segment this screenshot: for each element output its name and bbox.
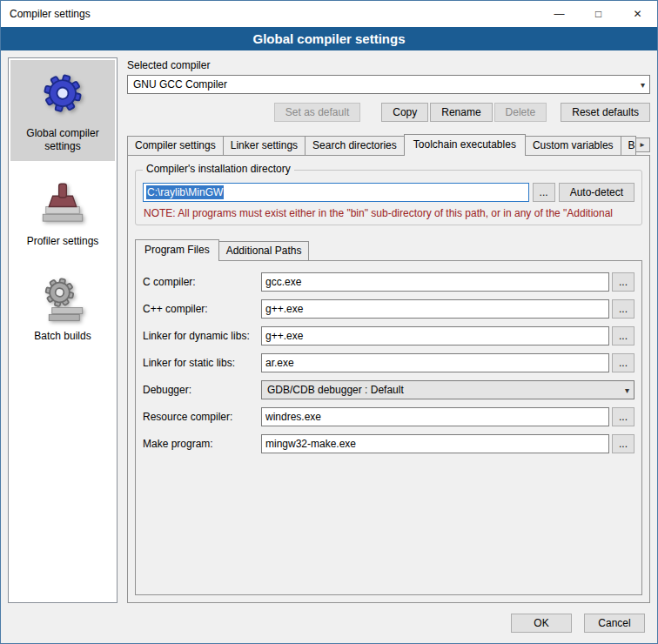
maximize-button[interactable]: □ xyxy=(579,1,618,27)
cpp-compiler-input[interactable] xyxy=(261,299,609,319)
install-dir-browse-button[interactable]: ... xyxy=(533,183,555,202)
c-compiler-row: C compiler: ... xyxy=(143,272,634,292)
install-dir-value: C:\raylib\MinGW xyxy=(146,185,224,199)
install-dir-groupbox: Compiler's installation directory C:\ray… xyxy=(135,170,642,225)
subtab-program-files[interactable]: Program Files xyxy=(135,239,219,261)
resource-compiler-label: Resource compiler: xyxy=(143,411,261,423)
linker-dynamic-row: Linker for dynamic libs: ... xyxy=(143,326,634,345)
linker-dynamic-browse-button[interactable]: ... xyxy=(612,326,634,345)
install-dir-input[interactable]: C:\raylib\MinGW xyxy=(143,183,529,202)
sidebar-item-global-compiler-settings[interactable]: Global compiler settings xyxy=(10,60,115,161)
gray-gear-icon xyxy=(38,273,87,324)
debugger-select-value: GDB/CDB debugger : Default xyxy=(267,384,404,396)
window-title: Compiler settings xyxy=(1,8,91,20)
sidebar-item-label: Profiler settings xyxy=(27,235,99,248)
debugger-row: Debugger: GDB/CDB debugger : Default ▾ xyxy=(143,380,634,399)
sidebar-item-batch-builds[interactable]: Batch builds xyxy=(10,265,115,351)
reset-defaults-button[interactable]: Reset defaults xyxy=(561,103,650,122)
blue-gear-icon xyxy=(37,69,89,121)
install-dir-row: C:\raylib\MinGW ... Auto-detect xyxy=(143,183,634,202)
minimize-button[interactable]: — xyxy=(540,1,579,27)
subtab-strip: Program Files Additional Paths xyxy=(135,239,642,260)
chevron-down-icon: ▾ xyxy=(625,386,629,395)
compiler-select[interactable]: GNU GCC Compiler ▾ xyxy=(127,75,650,94)
compiler-select-value: GNU GCC Compiler xyxy=(133,78,227,91)
linker-dynamic-label: Linker for dynamic libs: xyxy=(143,330,261,342)
debugger-label: Debugger: xyxy=(143,384,261,396)
linker-static-input[interactable] xyxy=(261,353,609,372)
set-as-default-button: Set as default xyxy=(274,103,360,122)
make-program-row: Make program: ... xyxy=(143,434,634,453)
install-dir-group-title: Compiler's installation directory xyxy=(143,163,294,175)
sidebar: Global compiler settings Profiler settin… xyxy=(8,57,118,603)
make-program-input[interactable] xyxy=(261,434,609,453)
titlebar: Compiler settings — □ ✕ xyxy=(1,1,657,27)
tab-custom-variables[interactable]: Custom variables xyxy=(525,136,621,155)
c-compiler-browse-button[interactable]: ... xyxy=(612,272,634,292)
tab-strip: Compiler settings Linker settings Search… xyxy=(127,134,650,155)
toolchain-tab-pane: Compiler's installation directory C:\ray… xyxy=(127,155,650,603)
c-compiler-label: C compiler: xyxy=(143,276,261,288)
resource-compiler-browse-button[interactable]: ... xyxy=(612,407,634,426)
linker-dynamic-input[interactable] xyxy=(261,326,609,345)
compiler-actions: Set as default Copy Rename Delete Reset … xyxy=(127,103,650,122)
dialog-footer: OK Cancel xyxy=(1,610,657,643)
cpp-compiler-label: C++ compiler: xyxy=(143,303,261,315)
resource-compiler-row: Resource compiler: ... xyxy=(143,407,634,426)
tab-scroll-right-icon[interactable]: ► xyxy=(634,138,650,152)
cancel-button[interactable]: Cancel xyxy=(584,614,645,633)
auto-detect-button[interactable]: Auto-detect xyxy=(559,183,634,202)
dialog-body: Global compiler settings Profiler settin… xyxy=(1,50,657,610)
linker-static-label: Linker for static libs: xyxy=(143,357,261,369)
sidebar-item-label: Batch builds xyxy=(34,330,91,343)
window-controls: — □ ✕ xyxy=(540,1,657,27)
tab-compiler-settings[interactable]: Compiler settings xyxy=(127,136,224,155)
debugger-select[interactable]: GDB/CDB debugger : Default ▾ xyxy=(261,380,634,399)
compiler-settings-window: Compiler settings — □ ✕ Global compiler … xyxy=(0,0,658,644)
main-panel: Selected compiler GNU GCC Compiler ▾ Set… xyxy=(127,57,650,603)
chevron-down-icon: ▾ xyxy=(641,80,645,90)
sidebar-item-label: Global compiler settings xyxy=(12,127,113,153)
tab-linker-settings[interactable]: Linker settings xyxy=(223,136,306,155)
cpp-compiler-row: C++ compiler: ... xyxy=(143,299,634,319)
resource-compiler-input[interactable] xyxy=(261,407,609,426)
subtab-additional-paths[interactable]: Additional Paths xyxy=(218,241,310,260)
delete-button: Delete xyxy=(494,103,547,122)
make-program-label: Make program: xyxy=(143,438,261,450)
selected-compiler-label: Selected compiler xyxy=(127,59,650,71)
linker-static-browse-button[interactable]: ... xyxy=(612,353,634,372)
ok-button[interactable]: OK xyxy=(511,614,572,633)
cpp-compiler-browse-button[interactable]: ... xyxy=(612,299,634,319)
sidebar-item-profiler-settings[interactable]: Profiler settings xyxy=(10,170,115,256)
note-text: NOTE: All programs must exist either in … xyxy=(144,207,634,219)
linker-static-row: Linker for static libs: ... xyxy=(143,353,634,372)
tab-build-options[interactable]: Build options xyxy=(621,136,636,155)
copy-button[interactable]: Copy xyxy=(381,103,428,122)
profiler-tool-icon xyxy=(38,178,87,229)
rename-button[interactable]: Rename xyxy=(430,103,492,122)
page-title: Global compiler settings xyxy=(1,27,657,50)
tab-search-directories[interactable]: Search directories xyxy=(305,136,405,155)
c-compiler-input[interactable] xyxy=(261,272,609,292)
tab-toolchain-executables[interactable]: Toolchain executables xyxy=(404,134,526,156)
close-button[interactable]: ✕ xyxy=(618,1,657,27)
make-program-browse-button[interactable]: ... xyxy=(612,434,634,453)
program-files-pane: C compiler: ... C++ compiler: ... Linker… xyxy=(135,260,642,595)
